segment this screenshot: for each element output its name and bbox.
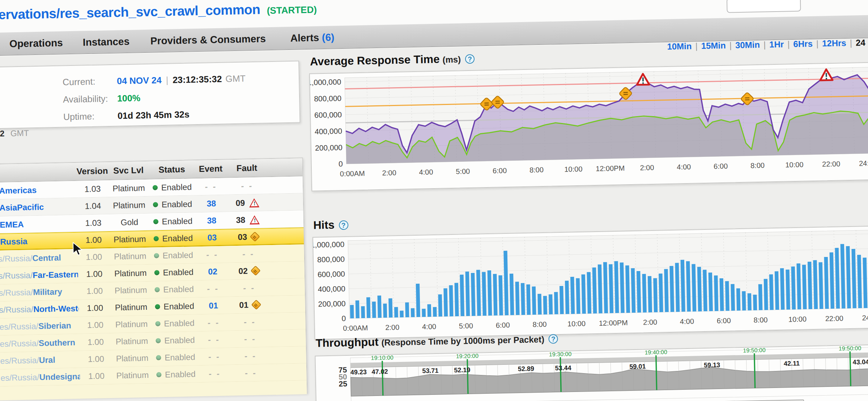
event-count-link[interactable]: 38 — [207, 199, 216, 209]
fault-cell: 09! — [226, 194, 268, 211]
service-name-cell[interactable]: s/Russia/Central — [0, 249, 78, 268]
status-text: Enabled — [163, 284, 194, 295]
event-count-link[interactable]: 02 — [208, 267, 217, 277]
range-separator: | — [695, 41, 698, 51]
hits-bar — [433, 307, 437, 317]
interval-marker-line[interactable] — [382, 361, 383, 396]
interval-marker-line[interactable] — [850, 351, 851, 386]
range-30min[interactable]: 30Min — [735, 40, 760, 50]
status-enabled-dot-icon — [154, 270, 159, 275]
service-link[interactable]: /EMEA — [0, 219, 24, 229]
range-6hrs[interactable]: 6Hrs — [793, 39, 813, 49]
tab-providers-consumers[interactable]: Providers & Consumers — [150, 27, 266, 52]
table-body: /Americas1.03PlatinumEnabled- -- -/AsiaP… — [0, 176, 307, 387]
service-link[interactable]: Ural — [39, 355, 55, 365]
status-enabled-dot-icon — [153, 185, 158, 190]
service-name-cell[interactable]: s/Russia/Far-Eastern — [0, 266, 78, 285]
service-path-prefix: s/Russia/ — [0, 270, 33, 281]
uptime-label: Uptime: — [63, 110, 118, 122]
service-name-cell[interactable]: s/Russia/North-Western — [0, 300, 79, 319]
service-name-cell[interactable]: /EMEA — [0, 215, 77, 234]
hits-bar — [748, 293, 752, 310]
warning-diamond-icon[interactable] — [250, 232, 260, 242]
svc-lvl-cell: Platinum — [109, 197, 149, 214]
throughput-value-label: 47.02 — [371, 368, 388, 376]
version-cell: 1.00 — [80, 350, 112, 368]
tab-instances[interactable]: Instances — [82, 30, 129, 54]
service-path-prefix: es/Russia/ — [0, 338, 39, 349]
no-events-dashes: - - — [207, 283, 219, 294]
x-axis-tick: 6:00 — [717, 317, 731, 325]
status-cell: Enabled — [150, 263, 197, 281]
no-events-dashes: - - — [208, 334, 220, 345]
tab-label: Providers & Consumers — [150, 33, 266, 47]
help-icon[interactable]: ? — [339, 220, 349, 230]
triangle-mark — [642, 82, 644, 84]
event-cell: - - — [199, 331, 230, 348]
tab-operations[interactable]: Operations — [9, 31, 63, 56]
event-count-link[interactable]: 03 — [207, 233, 217, 243]
service-link[interactable]: /Russia — [0, 236, 27, 247]
hits-bar — [648, 276, 652, 312]
service-link[interactable]: Undesignated — [39, 371, 80, 382]
hits-bar — [769, 274, 774, 310]
hits-bar — [356, 300, 359, 318]
status-cell: Enabled — [150, 280, 198, 298]
help-icon[interactable]: ? — [549, 334, 558, 344]
interval-marker-line[interactable] — [656, 355, 657, 390]
event-count-link[interactable]: 01 — [209, 301, 218, 311]
range-24hrs[interactable]: 24 Hrs — [856, 37, 868, 47]
service-link[interactable]: /AsiaPacific — [0, 202, 44, 213]
status-cell: Enabled — [152, 366, 200, 383]
service-path-prefix: es/Russia/ — [0, 355, 39, 366]
x-axis-tick: 8:00 — [750, 161, 765, 170]
y-axis-tick: 600,000 — [318, 270, 345, 279]
availability-value: 100% — [117, 93, 141, 104]
event-count-link[interactable]: 38 — [207, 216, 216, 226]
interval-marker-line[interactable] — [754, 353, 755, 388]
service-name-cell[interactable]: es/Russia/Siberian — [0, 317, 79, 336]
range-12hrs[interactable]: 12Hrs — [822, 38, 846, 48]
service-link[interactable]: Central — [32, 253, 61, 263]
service-name-cell[interactable]: es/Russia/Ural — [0, 351, 80, 370]
throughput-value-label: 53.71 — [422, 367, 438, 375]
range-15min[interactable]: 15Min — [701, 41, 726, 51]
service-link[interactable]: Southern — [39, 337, 75, 348]
column-header: Version — [76, 162, 109, 180]
x-axis-tick: 5:00 — [456, 167, 470, 176]
diamond-mark — [495, 103, 500, 104]
fault-triangle-icon[interactable]: ! — [249, 198, 259, 207]
service-path-prefix: es/Russia/ — [0, 321, 38, 332]
service-link[interactable]: North-Western — [33, 303, 79, 314]
interval-marker-line[interactable] — [560, 357, 561, 392]
service-name-cell[interactable]: es/Russia/Southern — [0, 334, 80, 353]
service-name-cell[interactable]: /Russia — [0, 233, 77, 250]
range-1hr[interactable]: 1Hr — [769, 39, 784, 50]
warning-diamond-icon[interactable] — [251, 266, 261, 276]
interval-marker-label: 19:40:00 — [644, 349, 667, 355]
help-icon[interactable]: ? — [465, 54, 475, 64]
current-date[interactable]: 04 NOV 24 — [117, 75, 162, 86]
fault-triangle-icon[interactable]: ! — [250, 215, 260, 224]
service-link[interactable]: Far-Eastern — [33, 269, 78, 280]
no-faults-dashes: - - — [244, 317, 256, 327]
warning-diamond-icon[interactable] — [251, 300, 261, 310]
service-name-cell[interactable]: es/Russia/Undesignated — [0, 368, 80, 387]
tab-alerts[interactable]: Alerts(6) — [290, 26, 335, 50]
diamond-mark — [745, 97, 749, 98]
x-axis-tick: 10:00 — [785, 160, 803, 169]
throughput-control-box[interactable] — [703, 400, 804, 401]
throughput-value-label: 49.23 — [350, 368, 367, 376]
service-link[interactable]: Military — [33, 287, 62, 297]
service-name-cell[interactable]: /Americas — [0, 181, 77, 200]
service-name-cell[interactable]: /AsiaPacific — [0, 198, 77, 217]
hits-bar — [742, 291, 746, 311]
service-link[interactable]: Siberian — [38, 321, 71, 331]
range-10min[interactable]: 10Min — [667, 41, 692, 51]
hits-bar — [449, 285, 453, 316]
toolbar-box[interactable] — [727, 0, 801, 13]
status-enabled-dot-icon — [153, 219, 158, 224]
service-link[interactable]: /Americas — [0, 185, 37, 196]
service-name-cell[interactable]: s/Russia/Military — [0, 283, 78, 302]
interval-marker-line[interactable] — [467, 359, 468, 394]
